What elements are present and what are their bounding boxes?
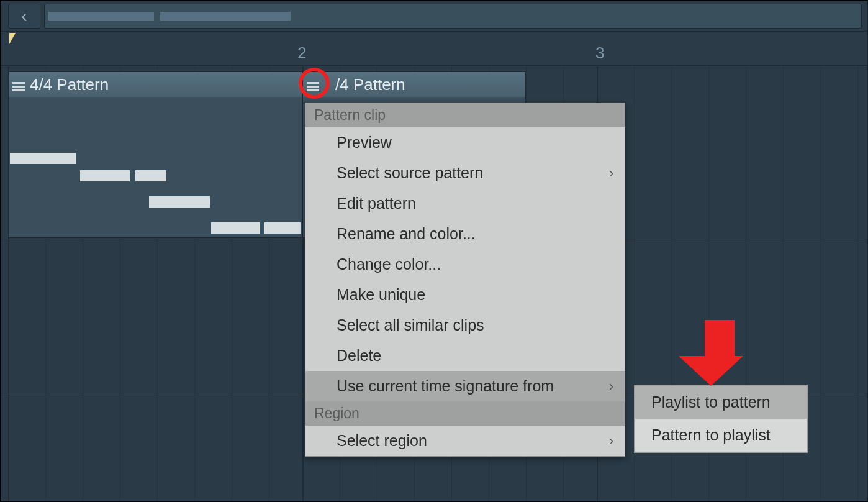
- menu-item-label: Rename and color...: [337, 225, 476, 242]
- annotation-circle: [299, 68, 330, 99]
- menu-section-label: Pattern clip: [305, 103, 625, 127]
- midi-note: [10, 153, 76, 164]
- menu-item-delete[interactable]: Delete: [305, 340, 625, 371]
- svg-rect-0: [12, 82, 25, 84]
- minimap-segment: [160, 12, 291, 21]
- menu-item-label: Delete: [337, 347, 381, 364]
- bar-number: 3: [595, 43, 604, 63]
- midi-note: [80, 170, 130, 181]
- chevron-right-icon: ›: [609, 378, 613, 395]
- menu-item-label: Preview: [337, 134, 392, 151]
- bar-number: 2: [297, 43, 306, 63]
- menu-item-make-unique[interactable]: Make unique: [305, 280, 625, 310]
- clip-header[interactable]: 3 /4 Pattern: [303, 72, 525, 97]
- minimap-track[interactable]: [44, 4, 862, 29]
- pattern-clip[interactable]: 4/4 Pattern: [8, 71, 302, 238]
- menu-item-label: Use current time signature from: [337, 377, 554, 395]
- menu-item-edit-pattern[interactable]: Edit pattern: [305, 188, 625, 219]
- menu-item-label: Select source pattern: [337, 164, 483, 181]
- menu-section-label: Region: [305, 401, 625, 426]
- menu-item-label: Select all similar clips: [337, 316, 484, 334]
- menu-item-preview[interactable]: Preview: [305, 127, 625, 158]
- chevron-right-icon: ›: [609, 433, 613, 449]
- clip-label: 4/4 Pattern: [30, 75, 109, 94]
- context-menu: Pattern clip Preview Select source patte…: [305, 103, 625, 457]
- playlist-area[interactable]: 4/4 Pattern 3 /4 Pattern: [1, 66, 867, 501]
- back-button[interactable]: ‹: [8, 4, 40, 29]
- playhead-marker-icon[interactable]: [9, 33, 16, 44]
- menu-item-label: Change color...: [337, 255, 441, 273]
- clip-menu-icon[interactable]: [12, 78, 25, 91]
- playlist-window: ‹ 2 3: [0, 0, 868, 502]
- menu-item-label: Select region: [337, 432, 427, 449]
- svg-rect-2: [12, 89, 25, 91]
- svg-rect-1: [12, 86, 25, 88]
- menu-item-label: Edit pattern: [337, 194, 416, 212]
- menu-item-change-color[interactable]: Change color...: [305, 249, 625, 280]
- menu-item-select-source-pattern[interactable]: Select source pattern ›: [305, 158, 625, 188]
- top-toolbar: ‹: [1, 1, 867, 32]
- clip-label: /4 Pattern: [335, 75, 405, 94]
- menu-item-rename-and-color[interactable]: Rename and color...: [305, 219, 625, 249]
- clip-header[interactable]: 4/4 Pattern: [9, 72, 302, 97]
- submenu-item-pattern-to-playlist[interactable]: Pattern to playlist: [635, 419, 807, 452]
- chevron-left-icon: ‹: [21, 6, 27, 26]
- submenu-item-label: Playlist to pattern: [651, 393, 771, 411]
- midi-note: [211, 222, 260, 234]
- midi-note: [135, 170, 166, 181]
- menu-item-select-similar-clips[interactable]: Select all similar clips: [305, 310, 625, 340]
- minimap-segment: [48, 12, 154, 21]
- submenu-time-signature: Playlist to pattern Pattern to playlist: [634, 385, 808, 453]
- timeline-ruler[interactable]: 2 3: [1, 32, 867, 66]
- midi-note: [149, 196, 210, 208]
- submenu-item-playlist-to-pattern[interactable]: Playlist to pattern: [635, 386, 807, 419]
- chevron-right-icon: ›: [609, 165, 613, 181]
- midi-note: [264, 222, 301, 234]
- menu-item-select-region[interactable]: Select region ›: [305, 426, 625, 456]
- annotation-arrow-icon: [696, 320, 743, 386]
- menu-item-label: Make unique: [337, 286, 425, 303]
- menu-item-use-time-signature[interactable]: Use current time signature from ›: [305, 371, 625, 401]
- submenu-item-label: Pattern to playlist: [651, 426, 771, 444]
- clip-body: [9, 97, 302, 237]
